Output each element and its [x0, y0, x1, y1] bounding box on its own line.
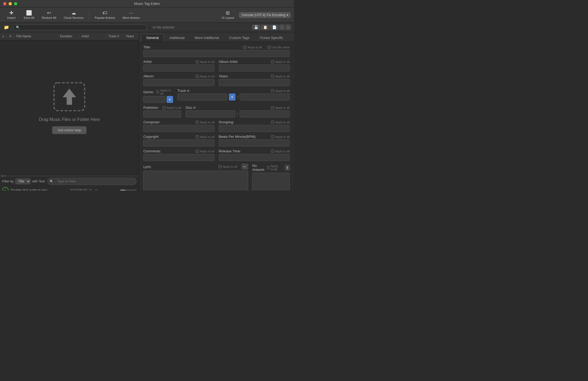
grouping-input[interactable] — [219, 125, 290, 132]
comments-input[interactable] — [143, 154, 214, 161]
more-actions-button[interactable]: ··· More Actions — [119, 9, 143, 20]
paste-button[interactable]: 📄 — [270, 24, 279, 30]
scroll-track[interactable]: ⊟ ▾ — [0, 175, 139, 177]
composer-label: Composer: — [143, 120, 160, 124]
tab-general[interactable]: General — [141, 34, 164, 42]
disc-field: Disc #: Apply to all / — [185, 106, 290, 117]
import-button[interactable]: ✚ Import — [3, 9, 19, 20]
next-button[interactable]: › — [285, 24, 291, 30]
artist-label: Artist: — [143, 60, 152, 64]
disc-total-input[interactable] — [240, 110, 290, 117]
tab-itunes-specific[interactable]: iTunes Specific — [255, 34, 288, 42]
fix-encoding-label: Fix Encoding — [267, 13, 285, 17]
tab-additional[interactable]: Additional — [164, 34, 189, 42]
filter-label: Filter by — [2, 179, 14, 183]
track-total-input[interactable] — [240, 94, 290, 100]
composer-input[interactable] — [143, 125, 214, 132]
release-time-input[interactable] — [219, 154, 290, 161]
restore-all-button[interactable]: ↩ Restore All — [39, 9, 59, 20]
track-slash: / — [237, 95, 238, 99]
artwork-apply-checkbox[interactable] — [267, 166, 270, 169]
save-icon: ⬜ — [26, 10, 32, 15]
genre-field: Genre: Apply to all ▾ — [143, 89, 173, 103]
track-column-header: Track # — [106, 34, 124, 38]
play-button[interactable]: ▶ — [2, 187, 9, 191]
prev-button[interactable]: ‹ — [279, 24, 285, 30]
folder-button[interactable]: 📁 — [2, 24, 11, 30]
drop-icon — [52, 81, 87, 113]
save-all-button[interactable]: ⬜ Save All — [20, 9, 38, 20]
publisher-input[interactable] — [143, 110, 181, 117]
years-apply-checkbox[interactable] — [271, 75, 274, 78]
track-num-input[interactable] — [177, 94, 227, 100]
copyright-input[interactable] — [143, 139, 214, 146]
album-artist-field: Album Artist: Apply to all — [219, 60, 290, 71]
grouping-apply-checkbox[interactable] — [271, 121, 274, 124]
copyright-apply-checkbox[interactable] — [196, 135, 199, 138]
minimize-button[interactable] — [9, 2, 12, 5]
lyric-edit-button[interactable]: ✏ — [242, 164, 248, 170]
disc-slash: / — [237, 112, 238, 116]
copy-button[interactable]: 📋 — [261, 24, 270, 30]
popular-actions-button[interactable]: 🏷 Popular Actions — [91, 9, 118, 20]
ui-layout-button[interactable]: ⊞ UI Layout — [219, 9, 237, 20]
use-filename-checkbox[interactable] — [267, 46, 271, 49]
release-time-apply-checkbox[interactable] — [271, 150, 274, 153]
artist-field: Artist: Apply to all — [143, 60, 214, 71]
maximize-button[interactable] — [14, 2, 17, 5]
tab-custom-tags[interactable]: Custom Tags — [224, 34, 254, 42]
genre-apply-checkbox[interactable] — [156, 90, 159, 94]
list-search-bar: 🔍 — [13, 24, 147, 30]
lyric-textarea[interactable] — [143, 171, 248, 191]
years-field: Years: Apply to all — [219, 74, 290, 86]
album-apply-checkbox[interactable] — [196, 75, 199, 78]
duration-column-header: Duration — [58, 34, 80, 38]
bpm-apply-checkbox[interactable] — [271, 135, 274, 138]
filter-input[interactable] — [55, 179, 134, 184]
lyric-apply-checkbox[interactable] — [218, 165, 222, 168]
bpm-input[interactable] — [219, 139, 290, 146]
more-actions-label: More Actions — [123, 16, 140, 19]
import-label: Import — [7, 16, 15, 19]
composer-field: Composer: Apply to all — [143, 120, 214, 132]
album-artist-input[interactable] — [219, 64, 290, 71]
disc-apply-checkbox[interactable] — [271, 106, 274, 109]
title-apply-all: Apply to all — [243, 46, 262, 49]
tag-icon: 🏷 — [102, 10, 107, 15]
artist-input[interactable] — [143, 64, 214, 71]
years-input[interactable] — [219, 79, 290, 86]
help-button[interactable]: Get online help — [52, 126, 86, 134]
title-input[interactable] — [143, 50, 290, 57]
filter-field-select[interactable]: Title — [15, 178, 31, 184]
publisher-apply-checkbox[interactable] — [163, 106, 166, 109]
fix-encoding-button[interactable]: Unicode (UTF-8) Fix Encoding ▾ — [239, 12, 291, 18]
copyright-field: Copyright: Apply to all — [143, 135, 214, 146]
genre-label: Genre: — [143, 90, 154, 94]
genre-input[interactable] — [143, 96, 166, 103]
title-apply-checkbox[interactable] — [243, 46, 246, 49]
save-file-button[interactable]: 💾 — [252, 24, 260, 30]
track-dropdown-button[interactable]: ▾ — [229, 94, 235, 100]
artwork-upload-button[interactable]: ⬆ — [285, 165, 290, 171]
close-button[interactable] — [3, 2, 6, 5]
no-file-label: no file selected — [153, 26, 174, 29]
track-label: Track #: — [177, 89, 190, 93]
use-filename-label: Use file name — [272, 46, 290, 49]
album-artist-apply-checkbox[interactable] — [271, 60, 274, 63]
album-input[interactable] — [143, 79, 214, 86]
right-panel: General Additional More Additional Custo… — [139, 32, 294, 191]
volume-slider[interactable] — [120, 190, 137, 191]
track-apply-checkbox[interactable] — [271, 89, 274, 92]
composer-apply-checkbox[interactable] — [196, 121, 199, 124]
title-apply-label: Apply to all — [248, 46, 262, 49]
grouping-field: Grouping: Apply to all — [219, 120, 290, 132]
genre-dropdown-button[interactable]: ▾ — [167, 96, 173, 103]
cloud-services-button[interactable]: ☁ Cloud Services — [60, 9, 87, 20]
comments-apply-checkbox[interactable] — [196, 150, 199, 153]
no-artwork-label: No Artwork: — [252, 164, 265, 172]
publisher-label: Publisher: — [143, 106, 159, 110]
add-column-icon[interactable]: + — [0, 34, 6, 38]
artist-apply-checkbox[interactable] — [196, 60, 199, 63]
disc-num-input[interactable] — [185, 110, 235, 117]
tab-more-additional[interactable]: More Additional — [190, 34, 224, 42]
